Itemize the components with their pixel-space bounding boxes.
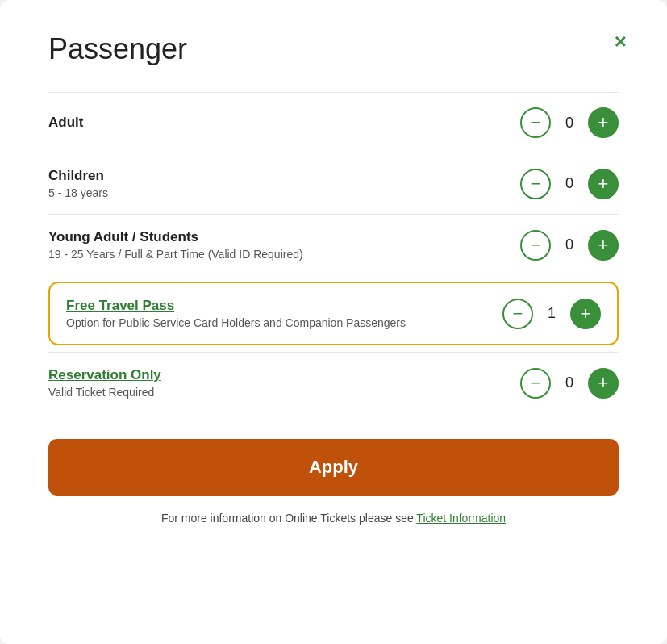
passenger-row-adult: Adult − 0 + [48,93,619,153]
decrement-adult[interactable]: − [520,107,551,138]
count-children: 0 [562,175,577,192]
standard-passenger-rows: Adult − 0 + Children 5 - 18 years − 0 + [48,92,619,275]
close-button[interactable]: × [615,31,627,52]
passenger-info-adult: Adult [48,115,520,131]
footer-text: For more information on Online Tickets p… [48,512,619,525]
count-adult: 0 [562,115,577,132]
modal-title: Passenger [48,32,619,66]
count-free-travel: 1 [544,305,559,322]
counter-adult: − 0 + [520,107,619,138]
counter-free-travel: − 1 + [502,299,601,329]
passenger-info-young-adult: Young Adult / Students 19 - 25 Years / F… [48,229,520,261]
counter-reservation: − 0 + [520,368,619,399]
passenger-sub-reservation: Valid Ticket Required [48,386,520,399]
passenger-name-adult: Adult [48,115,520,131]
counter-young-adult: − 0 + [520,230,619,261]
apply-button[interactable]: Apply [48,439,619,496]
passenger-name-children: Children [48,168,520,184]
passenger-name-free-travel[interactable]: Free Travel Pass [66,298,502,314]
passenger-row-free-travel: Free Travel Pass Option for Public Servi… [48,282,619,345]
decrement-children[interactable]: − [520,169,551,199]
ticket-information-link[interactable]: Ticket Information [416,512,506,525]
increment-adult[interactable]: + [588,107,619,138]
passenger-sub-free-travel: Option for Public Service Card Holders a… [66,316,502,329]
decrement-free-travel[interactable]: − [502,299,533,329]
passenger-name-reservation[interactable]: Reservation Only [48,367,520,383]
passenger-sub-children: 5 - 18 years [48,186,520,199]
passenger-name-young-adult: Young Adult / Students [48,229,520,245]
passenger-sub-young-adult: 19 - 25 Years / Full & Part Time (Valid … [48,248,520,261]
counter-children: − 0 + [520,169,619,199]
passenger-rows: Adult − 0 + Children 5 - 18 years − 0 + [48,92,619,413]
count-reservation: 0 [562,374,577,391]
passenger-info-free-travel: Free Travel Pass Option for Public Servi… [66,298,502,329]
increment-young-adult[interactable]: + [588,230,619,261]
decrement-reservation[interactable]: − [520,368,551,399]
increment-children[interactable]: + [588,169,619,199]
decrement-young-adult[interactable]: − [520,230,551,261]
passenger-row-reservation: Reservation Only Valid Ticket Required −… [48,352,619,413]
footer-static-text: For more information on Online Tickets p… [161,512,416,525]
increment-reservation[interactable]: + [588,368,619,399]
passenger-row-young-adult: Young Adult / Students 19 - 25 Years / F… [48,215,619,275]
passenger-info-children: Children 5 - 18 years [48,168,520,199]
increment-free-travel[interactable]: + [570,299,601,329]
passenger-row-children: Children 5 - 18 years − 0 + [48,153,619,215]
passenger-modal: × Passenger Adult − 0 + Children 5 - 18 [0,0,667,644]
count-young-adult: 0 [562,236,577,253]
passenger-info-reservation: Reservation Only Valid Ticket Required [48,367,520,399]
